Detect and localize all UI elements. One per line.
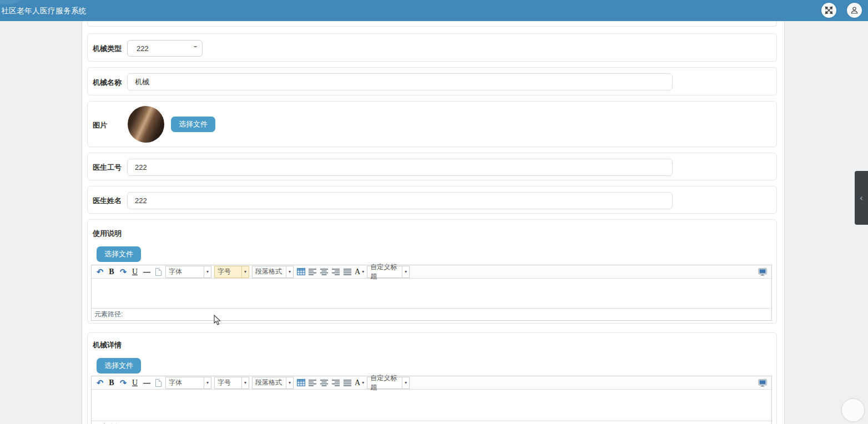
select-value: 222 <box>137 44 149 53</box>
dropdown-arrow-icon: ▾ <box>286 266 294 278</box>
form-section-usage-instructions: 使用说明 选择文件 ↶ B ↷ U — 字体 ▾ 字号 ▾ 段落格式 ▾ <box>87 219 777 324</box>
underline-button[interactable]: U <box>130 266 139 277</box>
dropdown-arrow-icon: ▾ <box>204 266 211 278</box>
align-left-button[interactable] <box>308 377 317 388</box>
undo-button[interactable]: ↶ <box>95 266 104 277</box>
chevron-down-icon: ˇ <box>194 45 197 52</box>
choose-file-button[interactable]: 选择文件 <box>97 246 141 262</box>
form-row-doctor-id: 医生工号 <box>87 153 777 180</box>
dropdown-arrow-icon: ▾ <box>242 377 249 389</box>
align-left-button[interactable] <box>308 266 317 277</box>
editor-toolbar: ↶ B ↷ U — 字体 ▾ 字号 ▾ 段落格式 ▾ <box>92 376 771 390</box>
dropdown-arrow-icon: ▾ <box>402 266 410 278</box>
font-size-dropdown[interactable]: 字号 ▾ <box>214 266 249 278</box>
align-left-icon <box>309 380 316 386</box>
align-right-button[interactable] <box>331 266 340 277</box>
monitor-icon <box>758 379 767 387</box>
user-icon <box>850 6 859 14</box>
back-to-top-button[interactable] <box>841 398 865 422</box>
table-icon <box>297 268 305 275</box>
align-justify-button[interactable] <box>343 266 352 277</box>
dropdown-arrow-icon: ▾ <box>362 269 364 274</box>
insert-table-button[interactable] <box>296 266 305 277</box>
form-row-image: 图片 选择文件 <box>87 101 777 147</box>
font-color-button[interactable]: A ▾ <box>355 266 364 277</box>
new-page-button[interactable] <box>154 377 163 388</box>
new-page-button[interactable] <box>154 266 163 277</box>
align-center-icon <box>320 380 328 386</box>
fullscreen-button[interactable] <box>821 3 836 18</box>
field-label: 图片 <box>93 120 107 130</box>
align-center-button[interactable] <box>320 266 329 277</box>
editor-status-bar: 元素路径: <box>92 308 771 320</box>
underline-button[interactable]: U <box>130 377 139 388</box>
machine-type-select[interactable]: 222 ˇ <box>127 40 203 57</box>
header-corner-decoration <box>0 0 23 4</box>
machine-name-input[interactable] <box>127 73 673 90</box>
align-justify-icon <box>344 269 351 275</box>
fullscreen-editor-button[interactable] <box>758 266 767 277</box>
element-path-label: 元素路径: <box>94 310 123 319</box>
monitor-icon <box>758 268 767 276</box>
choose-file-button[interactable]: 选择文件 <box>171 117 215 132</box>
custom-heading-dropdown[interactable]: 自定义标题 ▾ <box>367 377 410 389</box>
field-label: 机械名称 <box>93 78 122 88</box>
align-center-button[interactable] <box>320 377 329 388</box>
custom-heading-dropdown[interactable]: 自定义标题 ▾ <box>367 266 410 278</box>
font-family-dropdown[interactable]: 字体 ▾ <box>165 266 211 278</box>
editor-status-bar: 元素路径: <box>92 421 771 424</box>
dropdown-arrow-icon: ▾ <box>242 266 249 278</box>
page-icon <box>155 268 162 276</box>
paragraph-format-dropdown[interactable]: 段落格式 ▾ <box>252 377 294 389</box>
field-label: 医生工号 <box>93 163 122 173</box>
undo-button[interactable]: ↶ <box>95 377 104 388</box>
align-left-icon <box>309 269 316 275</box>
redo-button[interactable]: ↷ <box>119 266 128 277</box>
form-row-doctor-name: 医生姓名 <box>87 186 777 214</box>
dropdown-arrow-icon: ▾ <box>362 380 364 385</box>
editor-content-area[interactable] <box>92 390 771 421</box>
form-section-machine-details: 机械详情 选择文件 ↶ B ↷ U — 字体 ▾ 字号 ▾ 段落格式 ▾ <box>87 332 777 424</box>
align-center-icon <box>320 269 328 275</box>
choose-file-button[interactable]: 选择文件 <box>97 358 141 373</box>
image-thumbnail <box>128 106 164 143</box>
font-size-dropdown[interactable]: 字号 ▾ <box>214 377 249 389</box>
app-title: 社区老年人医疗服务系统 <box>1 6 87 16</box>
redo-button[interactable]: ↷ <box>119 377 128 388</box>
table-icon <box>297 379 305 386</box>
field-label: 机械类型 <box>93 44 122 54</box>
bold-button[interactable]: B <box>107 266 116 277</box>
paragraph-format-dropdown[interactable]: 段落格式 ▾ <box>252 266 294 278</box>
fullscreen-icon <box>825 6 833 14</box>
bold-button[interactable]: B <box>107 377 116 388</box>
side-panel-collapse-handle[interactable]: ‹ <box>855 171 868 225</box>
fullscreen-editor-button[interactable] <box>758 377 767 388</box>
dropdown-arrow-icon: ▾ <box>402 377 410 389</box>
align-right-icon <box>332 380 340 386</box>
align-justify-button[interactable] <box>343 377 352 388</box>
chevron-left-icon: ‹ <box>860 193 863 203</box>
user-profile-button[interactable] <box>847 3 862 18</box>
section-label: 使用说明 <box>93 229 122 239</box>
align-right-button[interactable] <box>331 377 340 388</box>
horizontal-rule-button[interactable]: — <box>142 377 151 388</box>
horizontal-rule-button[interactable]: — <box>142 266 151 277</box>
dropdown-arrow-icon: ▾ <box>204 377 211 389</box>
doctor-id-input[interactable] <box>127 159 673 176</box>
rich-text-editor: ↶ B ↷ U — 字体 ▾ 字号 ▾ 段落格式 ▾ <box>91 376 772 424</box>
doctor-name-input[interactable] <box>127 192 673 209</box>
editor-content-area[interactable] <box>92 279 771 308</box>
app-header: 社区老年人医疗服务系统 <box>0 0 868 21</box>
align-justify-icon <box>344 380 351 386</box>
insert-table-button[interactable] <box>296 377 305 388</box>
font-family-dropdown[interactable]: 字体 ▾ <box>165 377 211 389</box>
page-icon <box>155 379 162 387</box>
dropdown-arrow-icon: ▾ <box>286 377 294 389</box>
field-label: 医生姓名 <box>93 196 122 206</box>
align-right-icon <box>332 269 340 275</box>
font-color-button[interactable]: A ▾ <box>355 377 364 388</box>
form-row-machine-name: 机械名称 <box>87 67 777 95</box>
editor-toolbar: ↶ B ↷ U — 字体 ▾ 字号 ▾ 段落格式 ▾ <box>92 265 771 279</box>
form-row-machine-type: 机械类型 222 ˇ <box>87 33 777 62</box>
rich-text-editor: ↶ B ↷ U — 字体 ▾ 字号 ▾ 段落格式 ▾ <box>91 265 772 321</box>
